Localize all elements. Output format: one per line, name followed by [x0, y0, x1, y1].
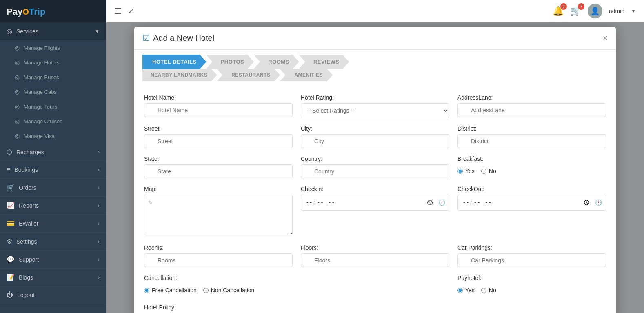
sidebar-item-bookings[interactable]: ≡ Bookings › [0, 161, 106, 179]
settings-icon: ⚙ [7, 238, 12, 245]
modal-close-button[interactable]: × [603, 33, 608, 43]
sidebar-item-ewallet[interactable]: 💳 EWallet › [0, 215, 106, 233]
sidebar-item-manage-flights[interactable]: ◎ Manage Flights [0, 40, 106, 55]
sidebar-item-services[interactable]: ◎ Services ▼ [0, 22, 106, 40]
sidebar-item-label: Support [19, 256, 39, 263]
tab-label: REVIEWS [313, 59, 339, 65]
rooms-input[interactable] [144, 253, 293, 267]
country-label: Country: [301, 155, 449, 162]
bell-badge: 2 [560, 3, 567, 10]
floors-wrapper: ✎ [301, 253, 449, 267]
city-label: City: [301, 125, 449, 132]
sidebar-item-settings[interactable]: ⚙ Settings › [0, 233, 106, 251]
sidebar-item-manage-buses[interactable]: ◎ Manage Buses [0, 70, 106, 84]
cart-button[interactable]: 🛒 7 [570, 6, 581, 16]
hamburger-icon[interactable]: ☰ [114, 6, 122, 16]
sidebar-item-label: Reports [19, 202, 39, 209]
sidebar-item-manage-cabs[interactable]: ◎ Manage Cabs [0, 84, 106, 99]
admin-name[interactable]: admin [609, 8, 624, 14]
country-input[interactable] [301, 164, 449, 178]
hotel-rating-label: Hotel Rating: [301, 94, 449, 101]
form-row-2: Street: ✎ City: ✎ Dist [144, 125, 606, 148]
admin-dropdown-icon[interactable]: ▼ [631, 8, 636, 14]
modal-header: ☑ Add a New Hotel × [134, 27, 616, 50]
tab-photos[interactable]: PHOTOS [206, 55, 254, 69]
sidebar-item-blogs[interactable]: 📝 Blogs › [0, 269, 106, 286]
hotel-name-label: Hotel Name: [144, 94, 293, 101]
cancellation-radio-group: Free Cancellation Non Cancellation [144, 284, 449, 297]
tab-label: ROOMS [268, 59, 289, 65]
car-parkings-input[interactable] [457, 253, 606, 267]
map-textarea[interactable] [144, 195, 293, 235]
payhotel-no-text: No [489, 287, 496, 293]
country-group: Country: ✎ [301, 155, 449, 178]
breakfast-no-radio[interactable] [481, 169, 486, 174]
breakfast-label: Breakfast: [457, 155, 606, 162]
state-input[interactable] [144, 164, 293, 178]
checkin-input[interactable] [301, 195, 449, 211]
non-cancellation-label[interactable]: Non Cancellation [203, 287, 255, 293]
tab-label: NEARBY LANDMARKS [151, 72, 207, 78]
district-input[interactable] [457, 134, 606, 148]
payhotel-yes-label[interactable]: Yes [457, 287, 475, 293]
free-cancellation-radio[interactable] [144, 288, 149, 293]
payhotel-no-label[interactable]: No [481, 287, 496, 293]
payhotel-label: Payhotel: [457, 275, 606, 281]
breakfast-yes-label[interactable]: Yes [457, 168, 475, 174]
checkin-label: CheckIn: [301, 186, 449, 192]
clock-icon: 🕐 [595, 199, 602, 206]
hotel-policy-group: Hotel Policy: [144, 304, 606, 311]
topbar-right: 🔔 2 🛒 7 👤 admin ▼ [553, 4, 636, 18]
floors-input[interactable] [301, 253, 449, 267]
manage-cruises-icon: ◎ [15, 118, 20, 124]
recharges-icon: ⬡ [7, 148, 12, 156]
map-wrapper: ✎ [144, 195, 293, 237]
sidebar-item-orders[interactable]: 🛒 Orders › [0, 179, 106, 197]
hotel-name-input[interactable] [144, 103, 293, 117]
non-cancellation-radio[interactable] [203, 288, 209, 293]
tab-nearby-landmarks[interactable]: NEARBY LANDMARKS [142, 69, 217, 81]
street-input[interactable] [144, 134, 293, 148]
district-group: District: ✎ [457, 125, 606, 148]
non-cancellation-text: Non Cancellation [211, 287, 255, 293]
sidebar-item-support[interactable]: 💬 Support › [0, 251, 106, 269]
sidebar-item-label: Orders [19, 184, 36, 191]
avatar: 👤 [588, 4, 602, 18]
tab-hotel-details[interactable]: HOTEL DETAILS [142, 55, 207, 69]
sidebar-item-manage-visa[interactable]: ◎ Manage Visa [0, 129, 106, 143]
breakfast-yes-radio[interactable] [457, 169, 463, 174]
manage-tours-icon: ◎ [15, 103, 20, 110]
tab-reviews[interactable]: REVIEWS [299, 55, 349, 69]
tab-label: HOTEL DETAILS [152, 59, 197, 65]
sidebar-item-logout[interactable]: ⏻ Logout [0, 286, 106, 304]
address-lane-input[interactable] [457, 103, 606, 117]
main-content: ☰ ⤢ 🔔 2 🛒 7 👤 admin ▼ ☑ Add a New Hotel [106, 0, 644, 313]
tab-amenities[interactable]: AMENITIES [280, 69, 333, 81]
stepper-top-row: HOTEL DETAILS PHOTOS ROOMS REVIEWS [142, 55, 608, 69]
checkout-input[interactable] [457, 195, 606, 211]
payhotel-yes-radio[interactable] [457, 288, 463, 293]
sidebar-item-manage-tours[interactable]: ◎ Manage Tours [0, 99, 106, 114]
sidebar-item-manage-hotels[interactable]: ◎ Manage Hotels [0, 55, 106, 70]
chevron-right-icon: › [98, 185, 100, 191]
city-input[interactable] [301, 134, 449, 148]
expand-icon[interactable]: ⤢ [128, 7, 134, 16]
services-icon: ◎ [7, 27, 12, 35]
sidebar-item-reports[interactable]: 📈 Reports › [0, 197, 106, 215]
bell-button[interactable]: 🔔 2 [553, 6, 564, 16]
checkin-group: CheckIn: 🕐 [301, 186, 449, 237]
tab-restaurants[interactable]: RESTAURANTS [217, 69, 280, 81]
sidebar-subitem-label: Manage Flights [24, 45, 60, 51]
address-lane-label: AddressLane: [457, 94, 606, 101]
checkin-wrapper: 🕐 [301, 195, 449, 211]
sidebar-item-recharges[interactable]: ⬡ Recharges › [0, 143, 106, 161]
sidebar-item-label: Bookings [14, 166, 38, 173]
sidebar-item-manage-cruises[interactable]: ◎ Manage Cruises [0, 114, 106, 129]
breakfast-no-label[interactable]: No [481, 168, 496, 174]
free-cancellation-label[interactable]: Free Cancellation [144, 287, 197, 293]
payhotel-no-radio[interactable] [481, 288, 486, 293]
chevron-right-icon: › [98, 203, 100, 209]
hotel-rating-select[interactable]: -- Select Ratings -- 1 Star 2 Stars 3 St… [301, 103, 449, 118]
checkout-wrapper: 🕐 [457, 195, 606, 211]
tab-rooms[interactable]: ROOMS [253, 55, 299, 69]
